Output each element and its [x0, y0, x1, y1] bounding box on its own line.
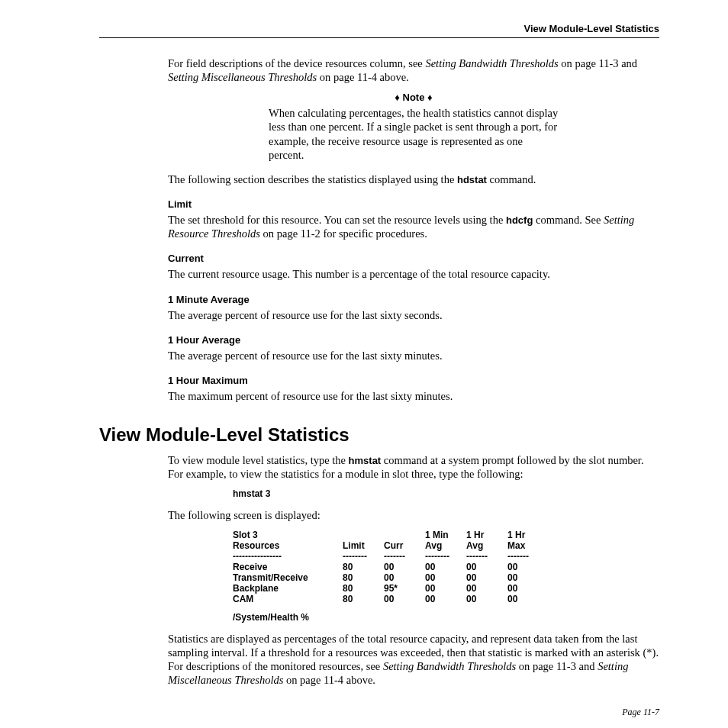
cell-hravg: 00 — [466, 562, 507, 572]
intro-text-a: For field descriptions of the device res… — [168, 57, 425, 69]
current-heading: Current — [168, 253, 659, 264]
limit-paragraph: The set threshold for this resource. You… — [168, 213, 659, 240]
cell-minavg: 00 — [425, 572, 466, 583]
table-row: Receive8000000000 — [233, 562, 549, 572]
cell-hrmax: 00 — [507, 562, 549, 572]
hourmax-text: The maximum percent of resource use for … — [168, 389, 659, 403]
col-hrmax-l1: 1 Hr — [507, 530, 525, 540]
current-text: The current resource usage. This number … — [168, 267, 659, 281]
section-title: View Module-Level Statistics — [99, 424, 659, 446]
sec-p1-a: To view module level statistics, type th… — [168, 454, 349, 466]
col-hravg-l2: Avg — [466, 540, 483, 551]
cell-hrmax: 00 — [507, 594, 549, 604]
cell-limit: 80 — [343, 562, 384, 572]
cell-hravg: 00 — [466, 572, 507, 583]
section-intro: To view module level statistics, type th… — [168, 453, 659, 481]
intro-text-c: on page 11-4 above. — [317, 71, 409, 83]
table-row: Transmit/Receive8000000000 — [233, 572, 549, 583]
col-limit: Limit — [343, 530, 384, 551]
cell-curr: 95* — [384, 583, 425, 594]
col-hravg-l1: 1 Hr — [466, 530, 484, 540]
col-minavg-l1: 1 Min — [425, 530, 449, 540]
hdstat-paragraph: The following section describes the stat… — [168, 172, 659, 186]
col-hravg: 1 HrAvg — [466, 530, 507, 551]
table-footer: /System/Health % — [233, 612, 659, 624]
cell-minavg: 00 — [425, 583, 466, 594]
col-hrmax-l2: Max — [507, 540, 525, 551]
p2-text-b: command. — [487, 173, 536, 185]
limit-a: The set threshold for this resource. You… — [168, 214, 506, 226]
col-res-l1: Slot 3 — [233, 530, 258, 540]
minavg-text: The average percent of resource use for … — [168, 308, 659, 322]
dash-4: -------- — [425, 551, 466, 562]
note-label: ♦ Note ♦ — [168, 92, 659, 103]
col-hrmax: 1 HrMax — [507, 530, 549, 551]
dash-3: ------- — [384, 551, 425, 562]
cell-curr: 00 — [384, 594, 425, 604]
intro-paragraph: For field descriptions of the device res… — [168, 56, 659, 84]
stats-table: Slot 3Resources Limit Curr 1 MinAvg 1 Hr… — [233, 530, 549, 604]
header-rule — [99, 37, 659, 38]
col-resources: Slot 3Resources — [233, 530, 343, 551]
cell-limit: 80 — [343, 583, 384, 594]
cmd-hdstat: hdstat — [457, 174, 487, 185]
cell-name: Transmit/Receive — [233, 572, 343, 583]
limit-heading: Limit — [168, 198, 659, 210]
limit-b: command. See — [533, 214, 604, 226]
cell-limit: 80 — [343, 572, 384, 583]
limit-c: on page 11-2 for specific procedures. — [260, 227, 427, 240]
page-number: Page 11-7 — [99, 707, 659, 718]
cell-name: CAM — [233, 594, 343, 604]
col-minavg-l2: Avg — [425, 540, 442, 551]
dash-1: ---------------- — [233, 551, 343, 562]
close-ref-1: Setting Bandwidth Thresholds — [383, 660, 516, 672]
p2-text-a: The following section describes the stat… — [168, 173, 457, 185]
cell-hravg: 00 — [466, 594, 507, 604]
cell-curr: 00 — [384, 572, 425, 583]
example-command: hmstat 3 — [233, 488, 659, 501]
houravg-text: The average percent of resource use for … — [168, 349, 659, 362]
close-b: on page 11-3 and — [516, 660, 598, 672]
cell-minavg: 00 — [425, 562, 466, 572]
running-header: View Module-Level Statistics — [99, 23, 659, 34]
hourmax-heading: 1 Hour Maximum — [168, 375, 659, 386]
screen-intro: The following screen is displayed: — [168, 508, 659, 522]
intro-ref-2: Setting Miscellaneous Thresholds — [168, 71, 317, 83]
table-row: Backplane8095*000000 — [233, 583, 549, 594]
intro-ref-1: Setting Bandwidth Thresholds — [425, 57, 558, 69]
dash-5: ------- — [466, 551, 507, 562]
col-curr-label: Curr — [384, 540, 403, 551]
col-curr: Curr — [384, 530, 425, 551]
intro-text-b: on page 11-3 and — [559, 57, 637, 69]
cell-limit: 80 — [343, 594, 384, 604]
cell-hrmax: 00 — [507, 572, 549, 583]
dash-2: -------- — [343, 551, 384, 562]
cmd-hmstat: hmstat — [349, 455, 382, 466]
col-res-l2: Resources — [233, 540, 279, 551]
col-minavg: 1 MinAvg — [425, 530, 466, 551]
cell-hravg: 00 — [466, 583, 507, 594]
cell-curr: 00 — [384, 562, 425, 572]
cell-minavg: 00 — [425, 594, 466, 604]
houravg-heading: 1 Hour Average — [168, 334, 659, 346]
closing-paragraph: Statistics are displayed as percentages … — [168, 632, 659, 688]
cell-name: Receive — [233, 562, 343, 572]
note-text: When calculating percentages, the health… — [269, 106, 559, 162]
cell-hrmax: 00 — [507, 583, 549, 594]
col-limit-label: Limit — [343, 540, 365, 551]
dash-6: ------- — [507, 551, 549, 562]
close-c: on page 11-4 above. — [283, 674, 375, 686]
table-row: CAM8000000000 — [233, 594, 549, 604]
cmd-hdcfg: hdcfg — [506, 214, 533, 226]
minavg-heading: 1 Minute Average — [168, 294, 659, 305]
cell-name: Backplane — [233, 583, 343, 594]
